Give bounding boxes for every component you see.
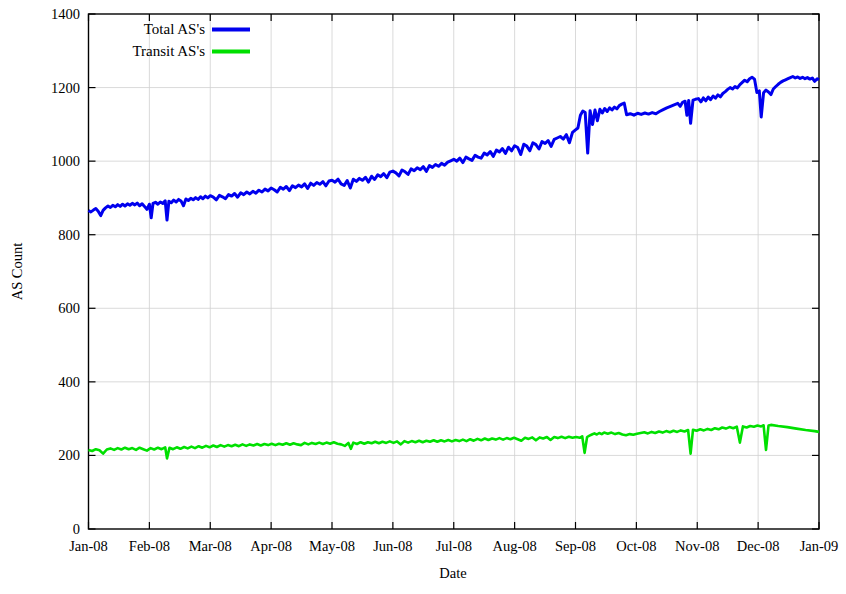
as-count-figure: Jan-08Feb-08Mar-08Apr-08May-08Jun-08Jul-… bbox=[0, 0, 846, 594]
x-tick-label: Jul-08 bbox=[436, 538, 472, 554]
y-tick-label: 0 bbox=[73, 521, 80, 537]
x-tick-label: Apr-08 bbox=[250, 538, 292, 554]
legend-label-transit-as: Transit AS's bbox=[132, 43, 205, 59]
x-tick-label: Jun-08 bbox=[373, 538, 412, 554]
legend: Total AS's Transit AS's bbox=[132, 21, 250, 59]
y-tick-label: 1200 bbox=[51, 80, 80, 96]
x-tick-label: Mar-08 bbox=[189, 538, 232, 554]
y-tick-label: 400 bbox=[58, 374, 80, 390]
x-tick-label: Oct-08 bbox=[616, 538, 656, 554]
y-tick-label: 1000 bbox=[51, 153, 80, 169]
x-tick-label: Aug-08 bbox=[492, 538, 536, 554]
x-tick-label: Sep-08 bbox=[555, 538, 596, 554]
y-tick-label: 1400 bbox=[51, 6, 80, 22]
x-tick-label: May-08 bbox=[309, 538, 355, 554]
gridlines bbox=[89, 14, 820, 529]
x-axis-label: Date bbox=[439, 565, 466, 581]
x-tick-label: Jan-08 bbox=[69, 538, 108, 554]
x-tick-label: Jan-09 bbox=[800, 538, 839, 554]
x-tick-label: Nov-08 bbox=[675, 538, 719, 554]
legend-label-total-as: Total AS's bbox=[144, 21, 205, 37]
tick-labels: Jan-08Feb-08Mar-08Apr-08May-08Jun-08Jul-… bbox=[51, 6, 838, 554]
x-tick-label: Feb-08 bbox=[129, 538, 170, 554]
y-tick-label: 800 bbox=[58, 227, 80, 243]
y-axis-label: AS Count bbox=[9, 243, 25, 301]
y-tick-label: 600 bbox=[58, 300, 80, 316]
y-tick-label: 200 bbox=[58, 447, 80, 463]
as-count-chart: Jan-08Feb-08Mar-08Apr-08May-08Jun-08Jul-… bbox=[0, 0, 846, 594]
x-tick-label: Dec-08 bbox=[737, 538, 780, 554]
